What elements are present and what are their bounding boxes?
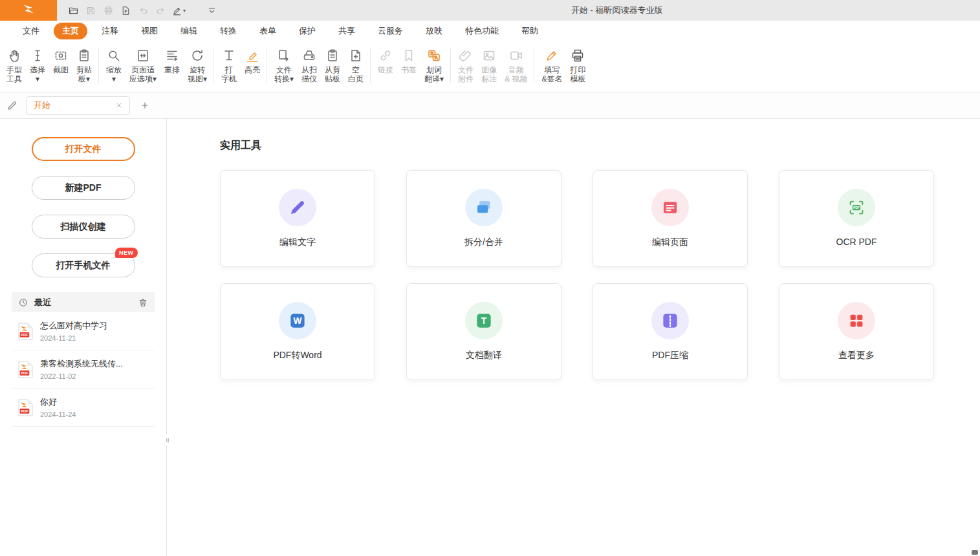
ribbon-tool[interactable]: 链接 xyxy=(374,47,397,76)
ribbon-tool[interactable]: 重排 xyxy=(160,47,184,76)
sidebar-action-button[interactable]: 扫描仪创建 xyxy=(32,215,135,239)
tool-card[interactable]: PDF压缩 xyxy=(593,283,748,380)
recent-file-item[interactable]: PDF 怎么面对高中学习 2024-11-21 xyxy=(12,312,155,350)
ribbon-tool-icon xyxy=(106,48,122,63)
quick-access-button[interactable] xyxy=(82,2,100,19)
ribbon-tool[interactable]: 页面适 应选项▾ xyxy=(125,47,160,85)
tool-card[interactable]: 编辑页面 xyxy=(593,170,748,267)
sidebar: 打开文件 新建PDF 扫描仪创建 打开手机文件 xyxy=(0,119,167,556)
ribbon-tool[interactable]: 缩放 ▾ xyxy=(102,47,125,85)
ribbon-tool[interactable]: 手型 工具 xyxy=(3,47,26,85)
ribbon-tool[interactable]: 从扫 描仪 xyxy=(298,47,321,85)
ribbon-tool-label: 文件 转换▾ xyxy=(274,65,294,83)
quick-access-button[interactable]: ▾ xyxy=(169,2,188,19)
tool-card[interactable]: W PDF转Word xyxy=(220,283,375,380)
menu-tab[interactable]: 注释 xyxy=(93,23,127,39)
ribbon-tool[interactable]: 音频 & 视频 xyxy=(501,47,531,85)
svg-text:T: T xyxy=(481,316,487,326)
ribbon-tool[interactable]: 划词 翻译▾ xyxy=(420,47,448,85)
ribbon-tool-label: 从剪 贴板 xyxy=(325,65,340,83)
quick-access-button[interactable] xyxy=(100,2,117,19)
tool-card[interactable]: 拆分/合并 xyxy=(406,170,561,267)
menu-tab[interactable]: 特色功能 xyxy=(457,23,507,39)
ribbon-tool[interactable]: 选择 ▾ xyxy=(26,47,49,85)
trash-icon[interactable] xyxy=(138,297,148,308)
quick-access-icon xyxy=(138,5,149,16)
recent-file-date: 2024-11-24 xyxy=(40,411,76,418)
svg-text:PDF: PDF xyxy=(21,409,28,413)
foxit-logo-icon xyxy=(21,2,36,19)
quick-access-icon xyxy=(68,5,79,16)
pdf-file-icon: PDF xyxy=(18,323,33,340)
document-tab[interactable]: 开始 xyxy=(27,96,130,115)
tool-card[interactable]: 编辑文字 xyxy=(220,170,375,267)
tool-card-icon-circle xyxy=(279,189,316,226)
close-tab-icon[interactable] xyxy=(115,102,123,109)
recent-file-item[interactable]: PDF 你好 2024-11-24 xyxy=(12,389,155,427)
tool-card-icon-circle: PDF xyxy=(838,189,875,226)
recent-file-item[interactable]: PDF 乘客检测系统无线传... 2022-11-02 xyxy=(12,350,155,389)
new-tab-button[interactable] xyxy=(138,98,152,112)
tool-card-icon: PDF xyxy=(847,198,866,217)
menu-tab[interactable]: 文件 xyxy=(14,23,48,39)
ribbon-tool[interactable]: 图像 标注 xyxy=(477,47,501,85)
ribbon-tool[interactable]: 填写 &签名 xyxy=(538,47,566,85)
tabs: 开始 xyxy=(27,96,130,115)
app-window: ▾ 开始 - 福昕阅读器专业版 文件 主页 注释 视图 编辑 转换 表单 xyxy=(0,0,980,556)
app-logo-button[interactable] xyxy=(0,0,57,21)
ribbon-group: 缩放 ▾ 页面适 应选项▾ 重排 旋转 视图▾ xyxy=(97,41,212,92)
ribbon-tool-icon xyxy=(190,48,205,63)
ribbon-tool[interactable]: 剪贴 板▾ xyxy=(72,47,96,85)
tool-card-icon: T xyxy=(474,311,494,330)
menu-tab[interactable]: 表单 xyxy=(251,23,285,39)
quick-access-button[interactable] xyxy=(117,2,135,19)
window-title: 开始 - 福昕阅读器专业版 xyxy=(571,0,663,21)
recent-file-date: 2022-11-02 xyxy=(40,372,123,380)
menu-tab[interactable]: 帮助 xyxy=(513,23,547,39)
ribbon-tool-label: 填写 &签名 xyxy=(541,65,562,83)
ribbon-tool[interactable]: 文件 转换▾ xyxy=(270,47,298,85)
ribbon-tool-label: 从扫 描仪 xyxy=(301,65,317,83)
pencil-icon[interactable] xyxy=(6,100,18,111)
quick-access-button[interactable] xyxy=(65,2,82,19)
ribbon-tool[interactable]: 空 白页 xyxy=(344,47,367,85)
ribbon-tool[interactable]: 打印 模板 xyxy=(566,47,589,85)
menu-tab[interactable]: 主页 xyxy=(54,23,87,39)
svg-text:PDF: PDF xyxy=(21,333,28,337)
tool-card[interactable]: T 文档翻译 xyxy=(406,283,561,380)
ribbon-tool[interactable]: 高亮 xyxy=(241,47,264,76)
menu-tab[interactable]: 云服务 xyxy=(369,23,411,39)
tool-card[interactable]: PDF OCR PDF xyxy=(779,170,934,267)
tool-card[interactable]: 查看更多 xyxy=(779,283,934,380)
ribbon-tool[interactable]: 文件 附件 xyxy=(454,47,477,85)
quick-access-button[interactable] xyxy=(135,2,152,19)
sidebar-action-button[interactable]: 打开文件 xyxy=(32,137,135,161)
ribbon-tool[interactable]: 旋转 视图▾ xyxy=(184,47,211,85)
sidebar-action-button[interactable]: 新建PDF xyxy=(32,176,135,200)
ribbon-tool[interactable]: 打 字机 xyxy=(217,47,241,85)
recent-file-meta: 乘客检测系统无线传... 2022-11-02 xyxy=(40,358,123,380)
menu-tab[interactable]: 共享 xyxy=(330,23,364,39)
menu-tab[interactable]: 视图 xyxy=(133,23,166,39)
ribbon-tool[interactable]: 书签 xyxy=(397,47,420,76)
tool-card-icon-circle xyxy=(651,189,689,226)
ribbon-tool-label: 音频 & 视频 xyxy=(505,65,527,83)
ribbon-tool[interactable]: 截图 xyxy=(49,47,72,76)
svg-text:W: W xyxy=(294,316,302,326)
quick-access-button[interactable] xyxy=(203,2,221,19)
ribbon-tool[interactable]: 从剪 贴板 xyxy=(321,47,344,85)
recent-file-meta: 你好 2024-11-24 xyxy=(40,396,76,418)
quick-access-button[interactable] xyxy=(152,2,169,19)
ribbon-tool-label: 手型 工具 xyxy=(6,65,22,83)
ribbon-tool-icon xyxy=(276,48,292,63)
menu-tab[interactable]: 放映 xyxy=(417,23,451,39)
ribbon-tool-icon xyxy=(221,48,237,63)
sidebar-collapse-handle[interactable] xyxy=(164,435,171,445)
quick-access-toolbar: ▾ xyxy=(65,0,221,21)
menu-tab[interactable]: 转换 xyxy=(212,23,245,39)
tool-cards-grid: 编辑文字 拆分/合并 编辑页面 xyxy=(220,170,980,380)
tool-card-icon xyxy=(474,198,494,217)
menu-tab[interactable]: 编辑 xyxy=(172,23,206,39)
menu-tab[interactable]: 保护 xyxy=(290,23,324,39)
ribbon-group: 链接 书签 划词 翻译▾ xyxy=(369,41,449,92)
